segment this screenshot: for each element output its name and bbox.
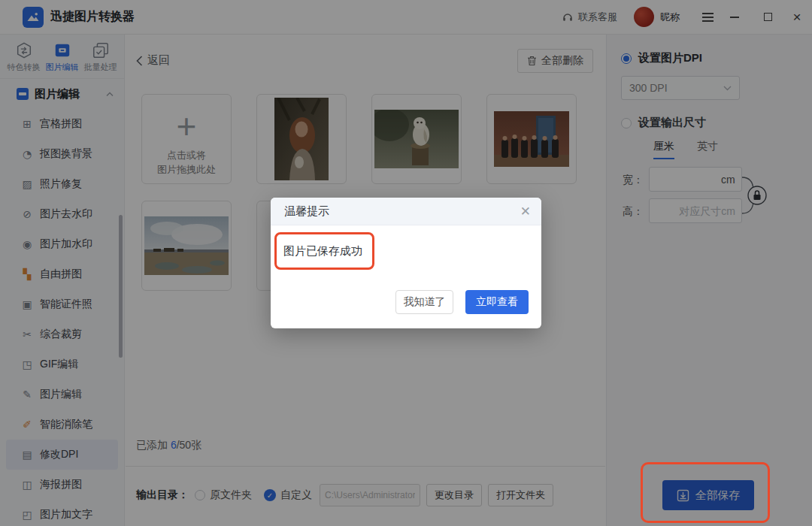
dialog-message: 图片已保存成功 (283, 244, 362, 258)
dialog-title: 温馨提示 (284, 204, 329, 219)
dialog-header: 温馨提示 ✕ (271, 198, 541, 225)
ok-button[interactable]: 我知道了 (395, 290, 453, 314)
notice-dialog: 温馨提示 ✕ 图片已保存成功 我知道了 立即查看 (271, 198, 541, 328)
view-now-button[interactable]: 立即查看 (465, 290, 529, 314)
dialog-close-icon[interactable]: ✕ (520, 205, 531, 218)
